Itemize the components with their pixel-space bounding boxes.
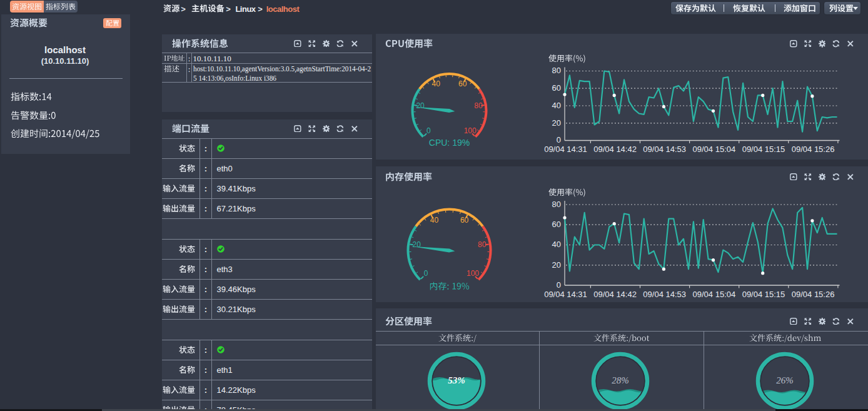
svg-text:0: 0 bbox=[426, 126, 431, 135]
svg-text:60: 60 bbox=[552, 83, 561, 93]
svg-text:0: 0 bbox=[424, 269, 428, 278]
svg-text:09/04 15:15: 09/04 15:15 bbox=[742, 145, 785, 154]
svg-text:40: 40 bbox=[552, 101, 561, 110]
svg-text:09/04 15:15: 09/04 15:15 bbox=[742, 290, 785, 299]
svg-text:09/04 14:42: 09/04 14:42 bbox=[593, 290, 637, 299]
svg-text:0: 0 bbox=[557, 280, 561, 290]
svg-text:09/04 14:31: 09/04 14:31 bbox=[544, 290, 587, 299]
svg-text:0: 0 bbox=[557, 135, 561, 145]
svg-text:20: 20 bbox=[413, 240, 421, 249]
svg-text:09/04 15:04: 09/04 15:04 bbox=[693, 145, 736, 154]
svg-text:09/04 14:53: 09/04 14:53 bbox=[643, 145, 686, 154]
svg-text:09/04 15:26: 09/04 15:26 bbox=[792, 290, 835, 299]
svg-text:20: 20 bbox=[552, 260, 561, 270]
svg-text:20: 20 bbox=[416, 101, 425, 110]
svg-text:40: 40 bbox=[432, 79, 441, 88]
svg-text:09/04 15:04: 09/04 15:04 bbox=[693, 290, 736, 299]
svg-text:60: 60 bbox=[458, 79, 467, 88]
svg-text:80: 80 bbox=[552, 200, 561, 209]
svg-text:80: 80 bbox=[474, 101, 483, 110]
svg-text:09/04 14:42: 09/04 14:42 bbox=[593, 145, 637, 154]
svg-text:20: 20 bbox=[552, 118, 561, 128]
svg-text:80: 80 bbox=[478, 240, 487, 249]
svg-text:60: 60 bbox=[460, 216, 469, 225]
svg-text:60: 60 bbox=[552, 220, 561, 229]
svg-text:100: 100 bbox=[464, 126, 477, 135]
svg-text:09/04 14:53: 09/04 14:53 bbox=[643, 290, 686, 299]
svg-text:09/04 15:26: 09/04 15:26 bbox=[792, 145, 835, 154]
svg-text:40: 40 bbox=[552, 240, 561, 249]
svg-text:40: 40 bbox=[430, 216, 439, 225]
svg-text:80: 80 bbox=[552, 66, 561, 75]
svg-text:CPU: 19%: CPU: 19% bbox=[429, 138, 470, 148]
svg-text:100: 100 bbox=[467, 269, 479, 278]
svg-text:09/04 14:31: 09/04 14:31 bbox=[544, 145, 587, 154]
